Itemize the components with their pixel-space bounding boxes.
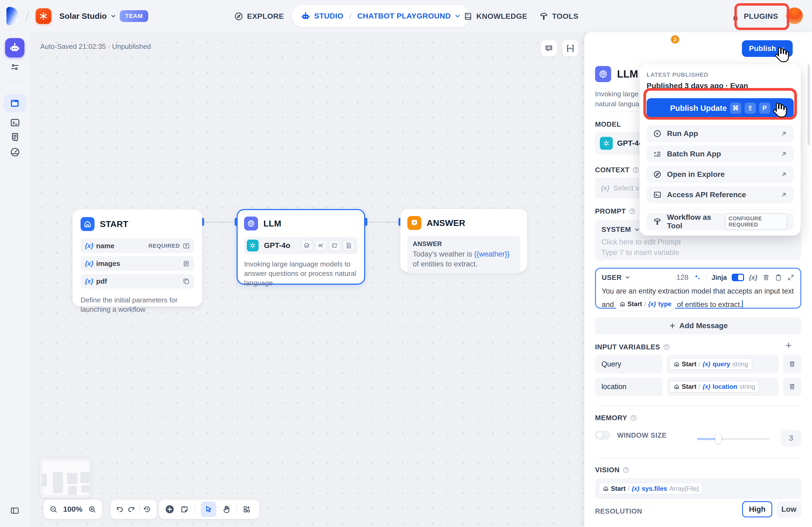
variable-value-field[interactable]: Start/{x}querystring — [667, 355, 779, 374]
panel-title: LLM — [617, 69, 638, 80]
rail-item-orchestrate[interactable] — [3, 94, 26, 112]
menu-item-access-api-reference[interactable]: Access API Reference — [647, 186, 794, 204]
insert-variable-button[interactable]: {x} — [749, 274, 757, 281]
rail-app-icon[interactable] — [5, 38, 25, 57]
text-input-icon — [183, 242, 190, 250]
tab-studio[interactable]: STUDIO — [301, 11, 344, 21]
delete-variable-button[interactable] — [783, 377, 801, 396]
minimap[interactable] — [39, 457, 91, 498]
menu-item-batch-run-app[interactable]: Batch Run App — [647, 146, 794, 163]
publish-button[interactable]: Publish — [742, 40, 793, 57]
rail-settings[interactable] — [10, 62, 19, 72]
vision-label: VISION — [595, 466, 630, 474]
window-size-toggle[interactable] — [595, 431, 610, 439]
logs-icon — [10, 132, 20, 142]
variable-name-field[interactable]: location — [595, 377, 663, 396]
menu-item-run-app[interactable]: Run App — [647, 125, 794, 142]
variable-name-field[interactable]: Query — [595, 355, 663, 374]
rail-item-monitor[interactable] — [10, 147, 20, 157]
zoom-in-button[interactable] — [88, 505, 96, 513]
node-llm[interactable]: LLM GPT-4o Invoking large language model… — [236, 209, 365, 285]
add-variable-button[interactable] — [785, 341, 793, 349]
panel-scrollbar[interactable] — [808, 64, 810, 145]
answer-label: ANSWER — [413, 240, 515, 248]
window-size-value[interactable]: 3 — [781, 430, 801, 447]
answer-text: Today's weather is {{weather}} of entiti… — [413, 249, 515, 269]
vision-variable-field[interactable]: Start/{x}sys.filesArray[File] — [595, 478, 801, 499]
app-switcher[interactable]: Solar Studio TEAM — [59, 10, 148, 22]
nav-plugins[interactable]: PLUGINS — [731, 12, 778, 21]
variable-chip[interactable]: Start/{x}type — [616, 297, 675, 311]
window-size-slider[interactable] — [697, 438, 770, 440]
hand-tool-button[interactable] — [222, 505, 230, 513]
rail-divider — [8, 81, 22, 81]
chat-variable-button[interactable] — [541, 40, 557, 56]
explore-icon — [234, 12, 243, 21]
trash-icon — [788, 383, 796, 390]
start-var-name[interactable]: {x} name REQUIRED — [81, 239, 194, 253]
node-start[interactable]: START {x} name REQUIRED {x} images {x} p… — [73, 210, 202, 306]
nav-explore[interactable]: EXPLORE — [234, 12, 284, 21]
change-history-button[interactable] — [143, 505, 151, 513]
llm-model-row[interactable]: GPT-4o — [244, 237, 358, 254]
plugins-icon — [731, 12, 740, 21]
prompt-section-label: PROMPT — [595, 207, 636, 215]
nav-tools[interactable]: TOOLS — [539, 12, 578, 21]
collapse-sidebar-button[interactable] — [10, 506, 19, 515]
kbd-cmd: ⌘ — [730, 103, 741, 114]
jinja-toggle[interactable] — [732, 274, 744, 281]
user-prompt-text[interactable]: You are an entity extraction model that … — [602, 285, 795, 311]
env-variables-button[interactable]: ENV — [562, 40, 578, 56]
nav-knowledge[interactable]: KNOWLEDGE — [463, 12, 527, 21]
menu-item-workflow-as-tool[interactable]: Workflow as Tool CONFIGURE REQUIRED — [647, 213, 794, 230]
user-role-selector[interactable]: USER — [602, 273, 631, 282]
expand-icon[interactable] — [787, 274, 795, 281]
resolution-high-button[interactable]: High — [742, 501, 772, 517]
hammer-icon — [539, 12, 548, 21]
redo-button[interactable] — [127, 505, 135, 513]
tab-chatbot-playground[interactable]: CHATBOT PLAYGROUND — [358, 12, 461, 20]
arrow-up-right-icon — [780, 171, 787, 178]
system-placeholder-1: Click here to edit Prompt — [601, 238, 795, 246]
zoom-level[interactable]: 100% — [63, 505, 83, 514]
menu-item-open-in-explore[interactable]: Open in Explore — [647, 166, 794, 183]
variable-chip[interactable]: Start/{x}querystring — [670, 359, 752, 370]
input-variables-label: INPUT VARIABLES — [595, 343, 670, 351]
app-icon[interactable] — [36, 8, 51, 24]
rail-item-logs[interactable] — [10, 132, 20, 142]
delete-variable-button[interactable] — [783, 355, 801, 374]
variable-chip[interactable]: Start/{x}sys.filesArray[File] — [599, 483, 703, 494]
start-var-pdf[interactable]: {x} pdf — [81, 274, 194, 288]
node-answer[interactable]: ANSWER ANSWER Today's weather is {{weath… — [400, 209, 527, 272]
home-icon — [674, 361, 680, 367]
publish-update-button[interactable]: Publish Update ⌘ ⇧ P — [647, 98, 794, 118]
openai-icon — [600, 137, 613, 150]
organize-blocks-button[interactable] — [243, 505, 251, 513]
slider-knob[interactable] — [715, 434, 721, 444]
kbd-p: P — [759, 103, 770, 114]
variable-row-query: Query Start/{x}querystring — [595, 355, 801, 374]
help-icon — [628, 208, 636, 215]
undo-button[interactable] — [116, 505, 124, 513]
trash-icon[interactable] — [762, 274, 770, 281]
list-file-icon — [183, 260, 190, 267]
user-prompt-block[interactable]: USER 128 Jinja {x} You are an entity ext… — [595, 268, 801, 308]
resolution-low-button[interactable]: Low — [777, 501, 801, 517]
home-icon — [620, 301, 625, 307]
zoom-out-button[interactable] — [49, 505, 57, 513]
pointer-tool-button[interactable] — [201, 501, 216, 517]
help-icon — [622, 466, 630, 473]
add-node-button[interactable] — [165, 505, 175, 514]
variable-chip[interactable]: Start/{x}locationstring — [670, 381, 759, 392]
model-name: GPT-4o — [264, 241, 290, 250]
sparkles-icon[interactable] — [693, 273, 701, 282]
add-message-button[interactable]: Add Message — [595, 317, 801, 334]
avatar[interactable] — [786, 7, 803, 24]
rail-item-api[interactable] — [10, 118, 20, 128]
start-var-images[interactable]: {x} images — [81, 256, 194, 271]
clipboard-icon[interactable] — [775, 274, 782, 281]
copy-file-icon — [183, 278, 190, 285]
add-note-button[interactable] — [180, 505, 188, 513]
variable-value-field[interactable]: Start/{x}locationstring — [667, 377, 779, 396]
document-capability-icon — [343, 240, 355, 251]
